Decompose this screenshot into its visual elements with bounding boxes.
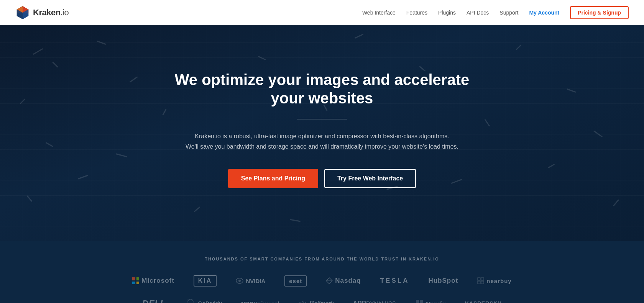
logo-kaspersky: KASPERSKY [465,300,502,303]
nav-my-account[interactable]: My Account [529,10,559,16]
nav-features[interactable]: Features [406,10,427,16]
svg-rect-11 [416,300,419,303]
hero-divider [297,119,347,120]
see-plans-button[interactable]: See Plans and Pricing [228,169,318,188]
hero-section: We optimize your images and accelerate y… [0,25,644,241]
nav-pricing-signup[interactable]: Pricing & Signup [570,6,629,19]
logo-nbcuniversal: NBCUniversal [241,300,279,303]
microsoft-icon [132,277,139,284]
logos-section: THOUSANDS OF SMART COMPANIES FROM AROUND… [0,241,644,303]
navbar-nav: Web Interface Features Plugins API Docs … [362,9,629,16]
svg-rect-8 [478,281,480,284]
nvidia-eye-icon [236,278,243,284]
logo-dell: DELL [142,298,166,303]
logos-row-2: DELL GoDaddy NBCUniversal Hallmark APPDY… [8,298,636,303]
nav-api-docs[interactable]: API Docs [467,10,489,16]
hero-subtitle: Kraken.io is a robust, ultra-fast image … [186,131,458,152]
svg-point-4 [238,280,241,282]
navbar: Kraken.io Web Interface Features Plugins… [0,0,644,25]
logo-godaddy: GoDaddy [185,298,222,303]
logo-microsoft: Microsoft [132,277,174,285]
nasdaq-icon [326,277,333,284]
logos-tagline: THOUSANDS OF SMART COMPANIES FROM AROUND… [8,257,636,261]
nearbuy-icon [477,277,484,284]
logo-mendix: Mendix [415,299,446,303]
logo-nvidia: NVIDIA [236,278,265,284]
nav-plugins[interactable]: Plugins [438,10,456,16]
svg-rect-6 [478,278,480,280]
logos-row-1: Microsoft KIA NVIDIA eset Nasdaq [8,275,636,287]
logo-nearbuy: nearbuy [477,277,511,284]
godaddy-icon [185,298,196,303]
hallmark-crown-icon [299,299,307,303]
logo-text: Kraken.io [33,8,69,18]
logo-appdynamics: APPDYNAMICS [353,300,396,303]
try-free-button[interactable]: Try Free Web Interface [324,169,416,188]
svg-rect-7 [481,278,484,280]
logo-nasdaq: Nasdaq [326,277,361,285]
logo-tesla: TESLA [380,277,409,285]
nav-support[interactable]: Support [499,10,518,16]
svg-rect-12 [420,300,423,303]
nav-web-interface[interactable]: Web Interface [362,10,396,16]
svg-rect-9 [481,281,484,284]
hero-buttons: See Plans and Pricing Try Free Web Inter… [228,169,416,188]
svg-point-10 [188,299,193,303]
logo-hubspot: HubSpot [428,277,458,285]
logo-kia: KIA [194,275,217,287]
hero-title: We optimize your images and accelerate y… [165,70,479,107]
logo-hallmark: Hallmark [299,299,334,303]
mendix-icon [415,299,424,303]
logo-icon [15,5,30,20]
logo-link[interactable]: Kraken.io [15,5,69,20]
logo-eset: eset [284,275,307,287]
